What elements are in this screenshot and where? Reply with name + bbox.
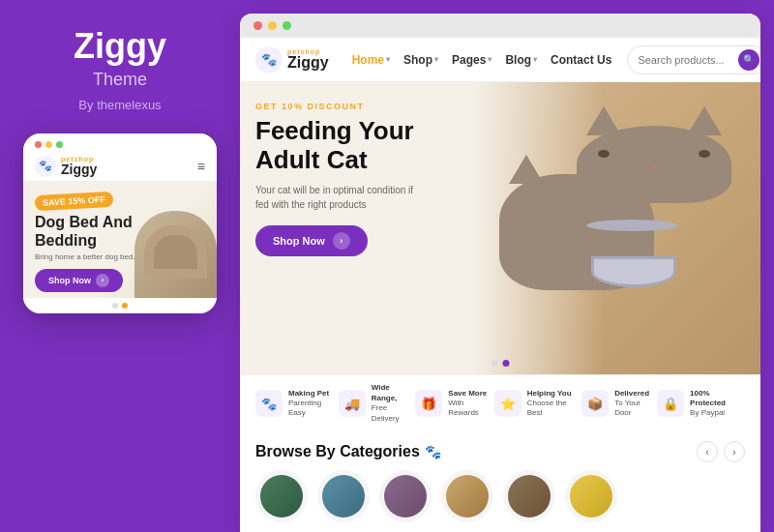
browser-dot-red <box>253 21 262 30</box>
browse-title: Browse By Categories 🐾 <box>255 443 441 460</box>
nav-logo-ziggy: Ziggy <box>287 55 329 71</box>
feature-text-1: Making Pet Parenting Easy <box>288 389 339 419</box>
cat-illustration <box>441 87 731 300</box>
mobile-logo-ziggy: Ziggy <box>61 163 97 176</box>
paw-icon: 🐾 <box>425 444 441 459</box>
feature-icon-5: 📦 <box>581 390 609 417</box>
mobile-dot-red <box>35 141 42 148</box>
feature-item-4: ⭐ Helping You Choose the Best <box>494 389 581 419</box>
browse-next-button[interactable]: › <box>724 441 745 462</box>
nav-link-contact[interactable]: Contact Us <box>551 53 611 67</box>
hero-content: GET 10% DISCOUNT Feeding Your Adult Cat … <box>255 102 414 256</box>
mobile-dot-green <box>56 141 63 148</box>
chevron-down-icon: ▾ <box>533 55 537 64</box>
categories-row <box>255 470 745 522</box>
mobile-save-badge: SAVE 15% OFF <box>35 191 114 210</box>
mobile-shop-arrow-icon: › <box>96 274 109 287</box>
chevron-down-icon: ▾ <box>434 55 438 64</box>
feature-text-3: Save More With Rewards <box>448 389 493 419</box>
category-item-2[interactable] <box>317 470 370 522</box>
category-image-2 <box>322 475 365 517</box>
feature-text-5: Delivered To Your Door <box>614 389 657 419</box>
nav-search[interactable]: 🔍 <box>627 45 760 74</box>
nav-logo: 🐾 petshop Ziggy <box>255 46 329 74</box>
category-item-3[interactable] <box>379 470 432 522</box>
brand-subtitle: Theme <box>93 70 147 90</box>
hero-dots <box>491 360 510 367</box>
category-image-1 <box>260 475 303 517</box>
nav-link-pages[interactable]: Pages ▾ <box>452 53 491 67</box>
category-item-6[interactable] <box>565 470 617 522</box>
browse-header: Browse By Categories 🐾 ‹ › <box>255 441 745 462</box>
feature-item-6: 🔒 100% Protected By Paypal <box>657 389 745 419</box>
brand-by: By themelexus <box>78 98 161 112</box>
feature-icon-3: 🎁 <box>415 390 442 417</box>
category-circle-6 <box>565 470 617 522</box>
mobile-dot-yellow <box>45 141 52 148</box>
category-image-3 <box>384 475 427 517</box>
category-item-4[interactable] <box>441 470 493 522</box>
feature-text-4: Helping You Choose the Best <box>527 389 581 419</box>
mobile-indicator-dot-2 <box>122 303 128 309</box>
nav-link-shop[interactable]: Shop ▾ <box>403 53 438 67</box>
nav-link-blog[interactable]: Blog ▾ <box>505 53 537 67</box>
right-panel: 🐾 petshop Ziggy Home ▾ Shop ▾ Pages ▾ <box>240 14 760 532</box>
mobile-hero-title: Dog Bed And Bedding <box>35 213 141 250</box>
features-bar: 🐾 Making Pet Parenting Easy 🚚 Wide Range… <box>240 374 760 431</box>
nav-link-home[interactable]: Home ▾ <box>352 53 390 67</box>
shop-now-arrow-icon: › <box>333 232 350 250</box>
hero-dot-1[interactable] <box>491 360 498 367</box>
chevron-down-icon: ▾ <box>488 55 491 64</box>
mobile-logo-text: petshop Ziggy <box>61 156 97 176</box>
category-circle-2 <box>317 470 370 522</box>
feature-item-2: 🚚 Wide Range, Free Delivery <box>339 383 416 424</box>
mobile-logo-icon: 🐾 <box>35 156 56 177</box>
hero-description: Your cat will be in optimal condition if… <box>255 183 414 212</box>
cat-head <box>577 126 731 203</box>
feature-icon-6: 🔒 <box>657 390 684 417</box>
category-image-5 <box>508 475 551 517</box>
mobile-menu-icon[interactable]: ≡ <box>197 159 205 174</box>
left-panel: Ziggy Theme By themelexus 🐾 petshop Zigg… <box>0 0 240 532</box>
browse-prev-button[interactable]: ‹ <box>697 441 718 462</box>
browse-nav: ‹ › <box>697 441 745 462</box>
cat-ear-right-head <box>687 106 722 135</box>
feature-item-5: 📦 Delivered To Your Door <box>581 389 657 419</box>
mobile-dots <box>35 141 63 148</box>
mobile-top-bar <box>23 133 217 152</box>
cat-ear-left-head <box>586 106 621 135</box>
site-nav: 🐾 petshop Ziggy Home ▾ Shop ▾ Pages ▾ <box>240 38 760 82</box>
mobile-dots-indicator <box>23 298 217 313</box>
feature-item-3: 🎁 Save More With Rewards <box>415 389 493 419</box>
category-item-5[interactable] <box>503 470 555 522</box>
brand-title: Ziggy <box>74 27 166 66</box>
category-item-1[interactable] <box>255 470 308 522</box>
category-image-6 <box>570 475 612 517</box>
mobile-hero-sub: Bring home a better dog bed. <box>35 252 141 261</box>
cat-ear-left <box>509 155 544 184</box>
feature-text-2: Wide Range, Free Delivery <box>372 383 416 424</box>
browser-dot-yellow <box>268 21 277 30</box>
feature-item-1: 🐾 Making Pet Parenting Easy <box>255 389 339 419</box>
browser-dot-green <box>283 21 291 30</box>
feature-icon-2: 🚚 <box>339 390 366 417</box>
mobile-mockup: 🐾 petshop Ziggy ≡ SAVE 15% OFF Dog Bed A… <box>23 133 217 313</box>
hero-shop-now-button[interactable]: Shop Now › <box>255 225 368 256</box>
browse-section: Browse By Categories 🐾 ‹ › <box>240 431 760 532</box>
chevron-down-icon: ▾ <box>386 55 390 64</box>
search-button[interactable]: 🔍 <box>738 49 759 71</box>
mobile-shop-now-button[interactable]: Shop Now › <box>35 269 123 292</box>
site-content: 🐾 petshop Ziggy Home ▾ Shop ▾ Pages ▾ <box>240 38 760 532</box>
category-circle-1 <box>255 470 308 522</box>
hero-title: Feeding Your Adult Cat <box>255 117 414 175</box>
site-hero: GET 10% DISCOUNT Feeding Your Adult Cat … <box>240 82 760 374</box>
hero-dot-2[interactable] <box>503 360 510 367</box>
hero-discount-text: GET 10% DISCOUNT <box>255 102 414 111</box>
feature-text-6: 100% Protected By Paypal <box>690 389 745 419</box>
nav-logo-icon: 🐾 <box>255 46 283 74</box>
feature-icon-1: 🐾 <box>255 390 283 417</box>
category-circle-3 <box>379 470 432 522</box>
search-input[interactable] <box>638 54 734 66</box>
mobile-logo-row: 🐾 petshop Ziggy ≡ <box>23 152 217 181</box>
mobile-indicator-dot-1 <box>112 303 118 309</box>
